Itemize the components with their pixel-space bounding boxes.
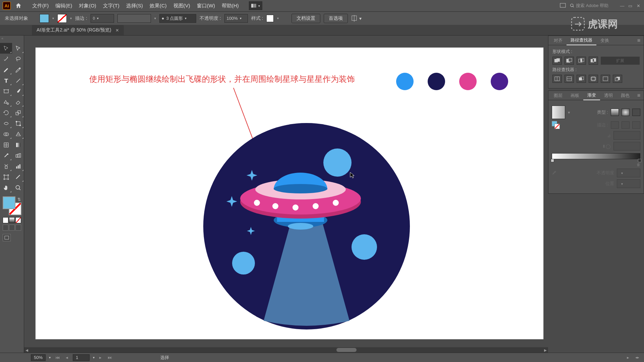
stroke-width-dropdown[interactable]: ◊▾ — [91, 14, 114, 23]
tab-gradient[interactable]: 渐变 — [583, 91, 600, 100]
panel-menu-icon[interactable]: ≡ — [635, 93, 642, 99]
menu-file[interactable]: 文件(F) — [29, 0, 52, 11]
magic-wand-tool[interactable] — [0, 54, 12, 64]
menu-edit[interactable]: 编辑(E) — [52, 0, 75, 11]
workspace-dropdown[interactable]: ▾ — [249, 1, 262, 10]
shaper-tool[interactable] — [0, 97, 12, 107]
document-setup-button[interactable]: 文档设置 — [291, 14, 320, 23]
type-tool[interactable] — [0, 75, 12, 86]
align-to-dropdown[interactable]: ▾ — [351, 15, 362, 22]
tab-color[interactable]: 颜色 — [617, 91, 634, 100]
horizontal-scrollbar[interactable]: ◂ ▸ — [24, 347, 548, 353]
shape-builder-tool[interactable] — [0, 129, 12, 139]
draw-behind[interactable] — [9, 225, 15, 231]
selection-tool[interactable] — [0, 43, 12, 54]
fill-color[interactable] — [3, 196, 15, 209]
minus-back-button[interactable] — [613, 75, 622, 83]
gradient-preview[interactable] — [552, 106, 565, 119]
menu-view[interactable]: 视图(V) — [170, 0, 194, 11]
zoom-tool[interactable] — [12, 182, 24, 193]
rectangle-tool[interactable] — [0, 86, 12, 97]
menu-object[interactable]: 对象(O) — [75, 0, 100, 11]
artboard-number-field[interactable]: 1 — [73, 354, 90, 361]
gradient-tool[interactable] — [12, 139, 24, 150]
hand-tool[interactable] — [0, 182, 12, 193]
opacity-dropdown[interactable]: 100%▾ — [224, 14, 248, 23]
free-transform-tool[interactable] — [12, 118, 24, 129]
color-mode-gradient[interactable] — [9, 217, 15, 223]
graph-tool[interactable] — [12, 161, 24, 172]
exclude-button[interactable] — [589, 57, 598, 65]
zoom-field[interactable]: 50% — [31, 354, 46, 361]
preferences-button[interactable]: 首选项 — [324, 14, 348, 23]
fill-swatch[interactable] — [40, 14, 49, 23]
color-mode-none[interactable] — [15, 217, 21, 223]
rotate-tool[interactable] — [0, 107, 12, 118]
draw-normal[interactable] — [3, 225, 8, 231]
mesh-tool[interactable] — [0, 139, 12, 150]
perspective-tool[interactable] — [12, 129, 24, 139]
menu-window[interactable]: 窗口(W) — [194, 0, 218, 11]
last-artboard-button[interactable]: ⏭ — [106, 355, 113, 360]
divide-button[interactable] — [552, 75, 562, 83]
tab-transparency[interactable]: 透明 — [600, 91, 617, 100]
close-tab-icon[interactable]: ✕ — [115, 28, 119, 33]
window-close[interactable]: ✕ — [635, 3, 641, 8]
next-artboard-button[interactable]: ▸ — [98, 355, 103, 360]
radial-gradient-button[interactable] — [622, 109, 630, 116]
outline-button[interactable] — [601, 75, 610, 83]
intersect-button[interactable] — [577, 57, 586, 65]
pen-tool[interactable] — [0, 64, 12, 75]
blend-tool[interactable] — [12, 150, 24, 161]
unite-button[interactable] — [552, 57, 562, 65]
home-icon[interactable] — [14, 1, 23, 10]
prev-artboard-button[interactable]: ◂ — [64, 355, 69, 360]
freeform-gradient-button[interactable] — [632, 109, 640, 116]
width-tool[interactable] — [0, 118, 12, 129]
eyedropper-tool[interactable] — [0, 150, 12, 161]
artboard-tool[interactable] — [0, 172, 12, 182]
slice-tool[interactable] — [12, 172, 24, 182]
paintbrush-tool[interactable] — [12, 86, 24, 97]
eraser-tool[interactable] — [12, 97, 24, 107]
canvas-area[interactable]: 使用矩形与椭圆继续绘制出飞碟的形状，并在周围绘制星球与星星作为装饰 — [24, 36, 548, 353]
first-artboard-button[interactable]: ⏮ — [54, 355, 61, 360]
menu-type[interactable]: 文字(T) — [100, 0, 123, 11]
gradient-slider[interactable] — [552, 153, 640, 159]
menu-effect[interactable]: 效果(C) — [146, 0, 170, 11]
tab-pathfinder[interactable]: 路径查找器 — [567, 36, 596, 45]
curvature-tool[interactable] — [12, 64, 24, 75]
menu-select[interactable]: 选择(S) — [123, 0, 146, 11]
tab-align[interactable]: 对齐 — [550, 36, 567, 45]
draw-inside[interactable] — [15, 225, 21, 231]
fill-stroke-control[interactable]: ⇅ — [3, 196, 21, 215]
screen-mode[interactable] — [3, 234, 11, 241]
panel-menu-icon[interactable]: ≡ — [635, 38, 642, 44]
line-tool[interactable] — [12, 75, 24, 86]
arrange-docs-icon[interactable] — [560, 3, 566, 9]
stroke-profile[interactable] — [117, 14, 151, 23]
lasso-tool[interactable] — [12, 54, 24, 64]
crop-button[interactable] — [589, 75, 598, 83]
window-minimize[interactable]: — — [619, 3, 625, 8]
minus-front-button[interactable] — [565, 57, 574, 65]
linear-gradient-button[interactable] — [611, 109, 619, 116]
color-mode-solid[interactable] — [3, 217, 8, 223]
window-maximize[interactable]: ▭ — [627, 3, 633, 8]
scale-tool[interactable] — [12, 107, 24, 118]
expand-button[interactable]: 扩展 — [601, 57, 640, 65]
search-help[interactable]: 搜索 Adobe 帮助 — [570, 3, 608, 9]
document-tab[interactable]: AI渐变工具2.ai* @ 50% (RGB/预览) ✕ — [32, 25, 124, 35]
swap-fill-stroke-icon[interactable]: ⇅ — [17, 197, 21, 202]
brush-dropdown[interactable]: ●3 点圆形▾ — [159, 14, 196, 23]
graphic-style-swatch[interactable] — [266, 15, 274, 22]
tab-transform[interactable]: 变换 — [596, 36, 613, 45]
tab-artboards[interactable]: 画板 — [567, 91, 583, 100]
stroke-swatch[interactable] — [57, 14, 67, 23]
menu-help[interactable]: 帮助(H) — [218, 0, 242, 11]
direct-selection-tool[interactable] — [12, 43, 24, 54]
symbol-sprayer-tool[interactable] — [0, 161, 12, 172]
tab-layers[interactable]: 图层 — [550, 91, 567, 100]
merge-button[interactable] — [577, 75, 586, 83]
trim-button[interactable] — [565, 75, 574, 83]
